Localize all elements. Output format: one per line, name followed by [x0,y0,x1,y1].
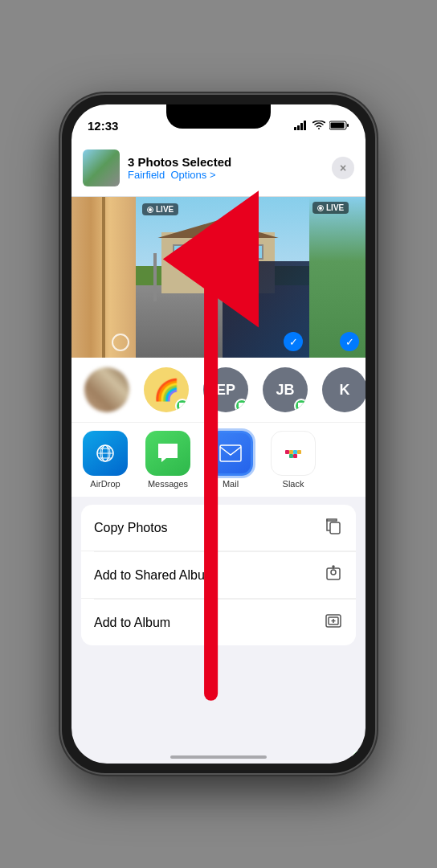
svg-rect-21 [330,522,340,534]
select-circle-left[interactable] [112,334,129,351]
share-info: 3 Photos Selected Fairfield Options > [128,155,324,181]
home-indicator [170,755,267,759]
shared-album-icon [324,563,343,587]
main-content: 3 Photos Selected Fairfield Options > × [71,140,366,764]
contact-avatar-2: 🌈 [144,367,189,412]
copy-photos-label: Copy Photos [94,521,168,535]
share-header: 3 Photos Selected Fairfield Options > × [71,140,366,197]
add-album-item[interactable]: Add to Album [81,600,356,645]
svg-rect-16 [289,450,293,454]
share-sub: Fairfield Options > [128,169,324,181]
messages-label: Messages [148,479,188,489]
battery-icon [329,121,349,130]
status-icons [294,114,349,130]
photo-right: LIVE ✓ [309,197,366,358]
svg-rect-14 [220,445,241,461]
signal-icon [294,121,308,130]
shared-album-item[interactable]: Add to Shared Album [81,552,356,599]
svg-rect-19 [293,454,297,458]
contact-item-3[interactable]: EP [202,367,250,412]
copy-photos-item[interactable]: Copy Photos [81,505,356,551]
contact-item-1[interactable] [83,367,131,412]
messages-icon [145,431,190,476]
wifi-icon [312,121,325,130]
contact-avatar-ep: EP [203,367,248,412]
svg-point-24 [333,566,334,567]
share-title: 3 Photos Selected [128,155,324,169]
contact-msg-badge-2 [175,399,189,412]
app-item-slack[interactable]: Slack [269,431,317,489]
slack-label: Slack [283,479,304,489]
contact-avatar-jb: JB [263,367,308,412]
svg-rect-1 [297,125,300,130]
notch [166,104,271,129]
airdrop-label: AirDrop [90,479,120,489]
app-item-mail[interactable]: Mail [206,431,255,489]
contact-item-4[interactable]: JB [261,367,309,412]
svg-rect-18 [293,450,297,454]
svg-rect-5 [347,124,349,127]
live-badge-center: LIVE [142,203,178,215]
contact-msg-badge-3 [235,399,248,412]
svg-rect-15 [285,450,289,454]
mail-icon [208,431,253,476]
status-time: 12:33 [88,113,118,133]
add-album-icon [324,611,343,634]
share-location: Fairfield [128,169,165,181]
svg-rect-20 [297,450,301,454]
svg-point-23 [331,570,336,575]
select-check-center[interactable]: ✓ [284,332,303,351]
share-thumbnail [83,149,120,186]
options-link[interactable]: Options > [170,169,215,181]
svg-rect-0 [294,127,296,130]
contact-avatar-k: K [322,367,366,412]
contact-msg-badge-4 [294,399,308,412]
svg-rect-2 [300,123,303,130]
apps-row: AirDrop Messages Mail [71,422,366,497]
contacts-row: 🌈 EP [71,358,366,422]
contact-item-5[interactable]: K [321,367,366,412]
app-item-airdrop[interactable]: AirDrop [81,431,129,489]
svg-rect-3 [304,121,306,130]
contact-item-2[interactable]: 🌈 [142,367,190,412]
shared-album-label: Add to Shared Album [94,568,215,583]
close-button[interactable]: × [332,157,354,179]
photo-center: LIVE ✓ [136,197,309,358]
photos-strip: LIVE ✓ LIVE ✓ [71,197,366,358]
mail-label: Mail [223,479,239,489]
action-list: Copy Photos Add to Shared Album [81,505,356,645]
phone-screen: 12:33 [71,104,366,764]
svg-rect-17 [289,454,293,458]
slack-icon [271,431,316,476]
select-check-right[interactable]: ✓ [340,332,359,351]
add-album-label: Add to Album [94,616,170,630]
phone-frame: 12:33 [62,95,375,773]
copy-photos-icon [324,516,343,539]
live-badge-right: LIVE [312,202,349,214]
svg-rect-6 [331,123,345,129]
contact-avatar-1 [84,367,129,412]
airdrop-icon [83,431,128,476]
app-item-messages[interactable]: Messages [144,431,192,489]
photo-left [71,197,136,358]
